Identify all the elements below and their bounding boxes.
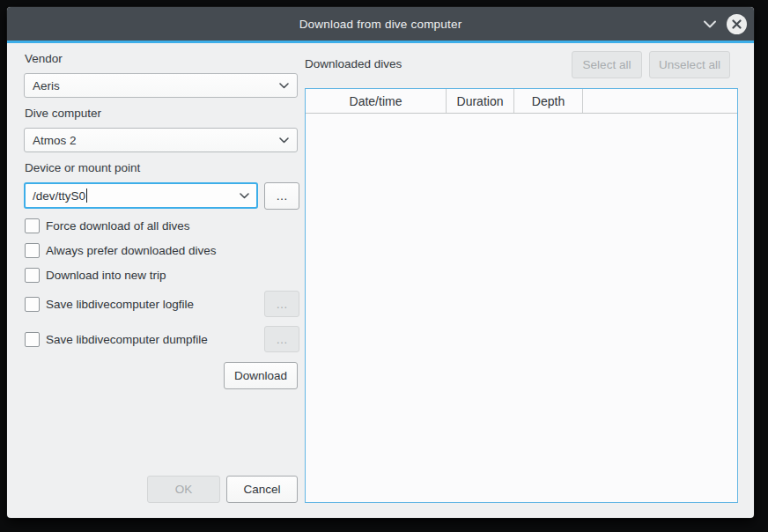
- save-logfile-checkbox-row[interactable]: Save libdivecomputer logfile: [25, 297, 194, 312]
- select-all-button[interactable]: Select all: [572, 51, 642, 78]
- downloaded-dives-label: Downloaded dives: [305, 57, 402, 70]
- prefer-downloaded-checkbox-row[interactable]: Always prefer downloaded dives: [25, 243, 217, 258]
- vendor-label: Vendor: [25, 52, 63, 65]
- vendor-combobox[interactable]: Aeris: [24, 73, 298, 98]
- close-icon[interactable]: [727, 14, 747, 34]
- titlebar-accent: [7, 41, 754, 43]
- checkbox[interactable]: [25, 332, 40, 347]
- checkbox[interactable]: [25, 297, 40, 312]
- checkbox-label: Force download of all dives: [46, 219, 190, 233]
- column-header-empty[interactable]: [583, 89, 737, 113]
- device-browse-button[interactable]: …: [264, 182, 299, 210]
- chevron-down-icon: [240, 193, 249, 199]
- downloaded-dives-table[interactable]: Date/time Duration Depth: [305, 88, 738, 503]
- chevron-down-icon: [279, 83, 289, 89]
- checkbox-label: Save libdivecomputer logfile: [46, 298, 194, 311]
- window-title: Download from dive computer: [299, 18, 462, 31]
- dive-computer-combobox[interactable]: Atmos 2: [24, 128, 298, 152]
- dive-computer-value: Atmos 2: [33, 134, 77, 147]
- column-header-duration[interactable]: Duration: [447, 89, 514, 113]
- titlebar[interactable]: Download from dive computer: [7, 7, 754, 41]
- table-body-empty: [306, 114, 737, 502]
- force-download-checkbox-row[interactable]: Force download of all dives: [25, 218, 190, 233]
- table-header-row: Date/time Duration Depth: [306, 89, 737, 114]
- checkbox-label: Always prefer downloaded dives: [46, 244, 217, 257]
- chevron-down-icon: [279, 137, 289, 144]
- desktop: { "titlebar": { "title": "Download from …: [0, 0, 768, 532]
- unselect-all-button[interactable]: Unselect all: [649, 51, 730, 78]
- chevron-down-icon[interactable]: [703, 19, 717, 28]
- ok-button[interactable]: OK: [147, 476, 220, 503]
- device-label: Device or mount point: [25, 161, 140, 174]
- checkbox[interactable]: [25, 268, 40, 283]
- cancel-button[interactable]: Cancel: [226, 476, 298, 503]
- device-combobox[interactable]: /dev/ttyS0: [24, 182, 258, 209]
- logfile-browse-button[interactable]: …: [264, 291, 299, 317]
- checkbox-label: Download into new trip: [46, 269, 166, 282]
- checkbox[interactable]: [25, 243, 40, 258]
- download-button[interactable]: Download: [224, 362, 298, 389]
- new-trip-checkbox-row[interactable]: Download into new trip: [25, 268, 166, 283]
- dive-computer-label: Dive computer: [25, 107, 101, 120]
- device-value: /dev/ttyS0: [33, 189, 85, 203]
- save-dumpfile-checkbox-row[interactable]: Save libdivecomputer dumpfile: [25, 332, 208, 347]
- dumpfile-browse-button[interactable]: …: [264, 326, 299, 352]
- checkbox-label: Save libdivecomputer dumpfile: [46, 333, 208, 346]
- download-dialog-window: Download from dive computer Vendor Aeris…: [7, 7, 754, 518]
- column-header-depth[interactable]: Depth: [514, 89, 583, 113]
- checkbox[interactable]: [25, 218, 40, 233]
- text-cursor: [86, 188, 87, 203]
- column-header-datetime[interactable]: Date/time: [306, 89, 447, 113]
- vendor-value: Aeris: [33, 79, 60, 92]
